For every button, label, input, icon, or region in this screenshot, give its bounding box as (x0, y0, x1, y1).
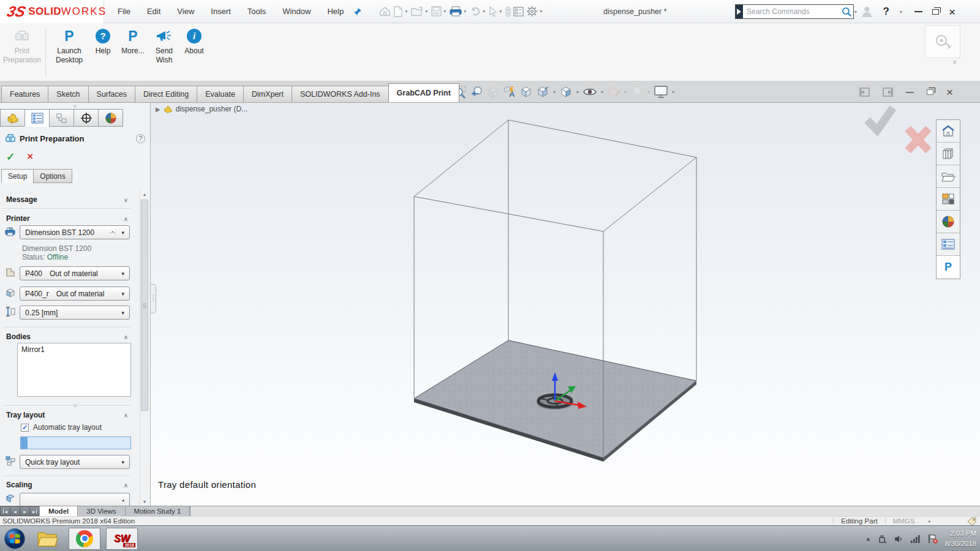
new-document-button[interactable] (392, 5, 404, 18)
configuration-manager-tab[interactable] (49, 109, 74, 127)
home-tab[interactable] (937, 120, 960, 143)
design-library-tab[interactable] (937, 143, 960, 165)
options-list-icon[interactable] (512, 6, 525, 18)
doc-restore-icon[interactable] (927, 89, 933, 95)
start-button[interactable] (4, 528, 26, 550)
tab-motion-study-1[interactable]: Motion Study 1 (126, 506, 190, 516)
tab-solidworks-add-ins[interactable]: SOLIDWORKS Add-Ins (292, 86, 389, 102)
tab-grabcad-print[interactable]: GrabCAD Print (388, 83, 459, 102)
doc-minimize-icon[interactable] (906, 92, 914, 93)
quick-tray-layout-dropdown[interactable]: Quick tray layout ▾ (20, 455, 130, 469)
appearances-scenes-tab[interactable] (937, 211, 960, 233)
property-manager-tab[interactable] (24, 109, 50, 127)
display-manager-tab[interactable] (98, 109, 123, 127)
select-button[interactable] (488, 5, 499, 18)
tab-model[interactable]: Model (39, 506, 78, 516)
print-button[interactable] (448, 5, 463, 18)
tab-direct-editing[interactable]: Direct Editing (135, 86, 197, 102)
view-selector-dropdown[interactable]: ▾ (553, 89, 556, 95)
section-resize-handle[interactable] (74, 404, 77, 407)
body-item[interactable]: Mirror1 (21, 345, 127, 354)
dock-right-icon[interactable] (883, 88, 893, 97)
tab-dimxpert[interactable]: DimXpert (243, 86, 292, 102)
bodies-list[interactable]: Mirror1 (17, 343, 131, 397)
feature-manager-tab[interactable] (0, 109, 25, 127)
print-dropdown[interactable]: ▾ (464, 9, 466, 14)
tag-icon[interactable] (967, 517, 976, 525)
ok-check-button[interactable]: ✓ (6, 151, 15, 163)
tab-setup[interactable]: Setup (1, 169, 34, 183)
help-dropdown[interactable]: ▾ (900, 9, 902, 15)
user-account-icon[interactable] (861, 6, 873, 18)
breadcrumb[interactable]: ▶ dispense_pusher (D... (156, 105, 247, 113)
doc-close-icon[interactable]: × (946, 86, 953, 98)
menu-file[interactable]: File (118, 7, 130, 16)
menu-view[interactable]: View (177, 7, 194, 16)
tray-selection-field[interactable] (20, 437, 131, 449)
units-dropdown-icon[interactable]: ▴ (928, 519, 930, 523)
menu-window[interactable]: Window (282, 7, 311, 16)
printer-section-header[interactable]: Printer∧ (6, 214, 128, 223)
message-section-header[interactable]: Message∨ (6, 195, 128, 204)
tray-layout-section-header[interactable]: Tray layout∧ (6, 410, 128, 420)
search-dropdown[interactable]: ▾ (854, 9, 857, 15)
settings-dropdown[interactable]: ▾ (540, 9, 542, 14)
tab-sketch[interactable]: Sketch (48, 86, 88, 102)
panel-resize-handle[interactable] (74, 105, 77, 108)
taskbar-clock[interactable]: 2:03 PM 8/30/2018 (945, 528, 976, 549)
previous-tab-button[interactable]: ◀ (10, 506, 20, 516)
menu-tools[interactable]: Tools (247, 7, 266, 16)
tab-surfaces[interactable]: Surfaces (88, 86, 135, 102)
dock-left-icon[interactable] (859, 88, 870, 97)
rebuild-button[interactable] (504, 5, 512, 18)
search-scope-icon[interactable] (736, 5, 743, 18)
scaling-section-header[interactable]: Scaling∧ (6, 480, 128, 490)
send-wish-button[interactable]: Send Wish (149, 29, 179, 65)
power-plug-icon[interactable] (878, 534, 888, 544)
about-button[interactable]: i About (179, 29, 209, 56)
search-commands-box[interactable]: ▾ (735, 4, 854, 19)
scaling-value-field[interactable]: ▴ (20, 493, 130, 507)
taskbar-explorer-button[interactable] (31, 528, 63, 550)
menu-help[interactable]: Help (327, 7, 344, 16)
view-palette-tab[interactable] (937, 188, 960, 211)
panel-help-icon[interactable]: ? (136, 134, 145, 143)
apply-scene-dropdown[interactable]: ▾ (647, 89, 650, 95)
open-dropdown[interactable]: ▾ (425, 9, 428, 14)
units-selector[interactable]: MMGS (893, 517, 915, 525)
menu-edit[interactable]: Edit (147, 7, 160, 16)
last-tab-button[interactable]: ▶ (29, 506, 39, 516)
next-tab-button[interactable]: ▶ (20, 506, 29, 516)
scroll-up-icon[interactable]: ▲ (140, 190, 149, 198)
measure-expand-chevron[interactable]: ∨ (952, 59, 957, 65)
custom-properties-tab[interactable] (937, 233, 960, 256)
search-input[interactable] (743, 7, 842, 16)
printer-dropdown[interactable]: Dimension BST 1200 -*- ▾ (20, 225, 130, 239)
scrollbar-thumb[interactable] (141, 200, 148, 411)
print-preparation-button[interactable]: Print Preparation (2, 29, 42, 65)
more-button[interactable]: P More... (117, 29, 149, 56)
first-tab-button[interactable]: ◀ (0, 506, 10, 516)
graphics-viewport[interactable]: ▶ dispense_pusher (D... Tray default ori… (151, 103, 980, 506)
home-button[interactable] (378, 5, 392, 18)
undo-button[interactable] (469, 6, 482, 18)
dimxpert-manager-tab[interactable] (74, 109, 99, 127)
network-signal-icon[interactable] (910, 534, 921, 543)
close-button[interactable]: × (949, 6, 956, 18)
hide-show-dropdown[interactable]: ▾ (601, 89, 603, 95)
tab-features[interactable]: Features (1, 86, 48, 102)
layer-height-dropdown[interactable]: 0.25 [mm] ▾ (20, 305, 130, 320)
cancel-x-button[interactable]: × (27, 151, 33, 163)
display-style-dropdown[interactable]: ▾ (576, 89, 579, 95)
display-style-icon[interactable] (559, 84, 573, 99)
panel-scrollbar[interactable]: ▲ ▼ (140, 190, 149, 506)
launch-desktop-button[interactable]: P Launch Desktop (50, 29, 89, 65)
grabcad-print-tab[interactable]: P (937, 256, 960, 279)
menu-insert[interactable]: Insert (211, 7, 231, 16)
edit-appearance-icon[interactable] (606, 84, 621, 99)
annotation-views-icon[interactable]: A (502, 84, 517, 99)
view-settings-dropdown[interactable]: ▾ (672, 89, 674, 95)
expand-tree-icon[interactable]: ▶ (156, 106, 160, 113)
help-button[interactable]: ? Help (89, 29, 117, 56)
file-explorer-tab[interactable] (937, 165, 960, 188)
